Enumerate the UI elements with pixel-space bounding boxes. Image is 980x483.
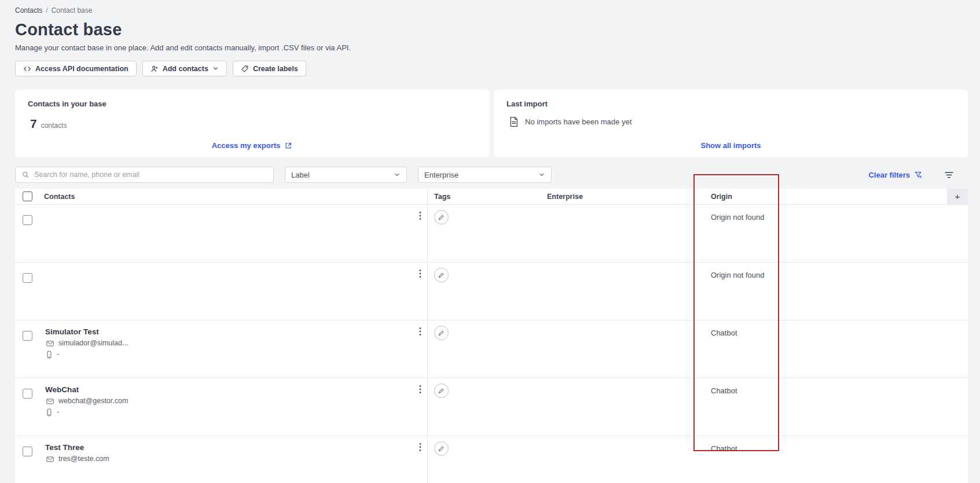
table-row: Origin not found (15, 205, 968, 263)
create-labels-label: Create labels (253, 65, 298, 73)
email-icon (46, 456, 54, 462)
show-all-imports-link[interactable]: Show all imports (700, 141, 761, 150)
contact-name: Test Three (45, 443, 427, 452)
api-icon (23, 65, 31, 73)
document-icon (509, 116, 519, 127)
breadcrumb-current: Contact base (52, 6, 93, 14)
column-header-contacts: Contacts (44, 189, 428, 204)
contact-info: Test Three tres@teste.com (44, 436, 427, 463)
label-dropdown-value: Label (291, 171, 310, 179)
contact-info: WebChat webchat@gestor.com - (44, 378, 427, 416)
add-contacts-label: Add contacts (163, 65, 208, 73)
column-spacer (797, 189, 947, 204)
filter-actions: Clear filters (868, 171, 968, 179)
origin-cell: Origin not found (711, 263, 765, 279)
edit-tags-button[interactable] (434, 210, 449, 224)
pencil-icon (438, 387, 445, 394)
origin-cell: Chatbot (711, 378, 737, 395)
enterprise-cell (541, 436, 704, 483)
row-menu-button[interactable] (417, 441, 424, 453)
add-contact-icon (151, 65, 159, 73)
last-import-title: Last import (506, 99, 955, 108)
edit-tags-button[interactable] (434, 441, 449, 456)
access-exports-link[interactable]: Access my exports (212, 141, 293, 150)
contacts-card-title: Contacts in your base (28, 99, 476, 108)
row-menu-button[interactable] (417, 384, 424, 395)
breadcrumb: Contacts / Contact base (15, 6, 968, 14)
enterprise-dropdown-value: Enterprise (424, 171, 458, 179)
no-imports-text: No imports have been made yet (525, 117, 632, 126)
contacts-in-base-card: Contacts in your base 7 contacts Access … (15, 90, 489, 157)
column-header-enterprise: Enterprise (541, 189, 704, 204)
breadcrumb-separator: / (46, 6, 47, 14)
search-input[interactable] (34, 171, 267, 179)
contacts-count: 7 (30, 117, 37, 131)
add-contacts-button[interactable]: Add contacts (142, 61, 227, 76)
clear-filter-icon (914, 171, 922, 179)
summary-cards: Contacts in your base 7 contacts Access … (15, 90, 968, 157)
contact-name: Simulator Test (45, 327, 427, 337)
table-header: Contacts Tags Enterprise Origin + (15, 189, 968, 205)
contacts-count-label: contacts (41, 121, 67, 130)
enterprise-cell (541, 378, 704, 436)
search-icon (21, 171, 30, 179)
breadcrumb-contacts[interactable]: Contacts (15, 6, 42, 14)
show-all-imports-label: Show all imports (700, 141, 761, 150)
last-import-card: Last import No imports have been made ye… (494, 90, 968, 157)
contact-phone: - (57, 408, 59, 416)
add-column-button[interactable]: + (947, 189, 968, 204)
row-checkbox[interactable] (23, 447, 32, 456)
enterprise-dropdown[interactable]: Enterprise (418, 167, 552, 183)
page-subtitle: Manage your contact base in one place. A… (15, 43, 968, 52)
edit-tags-button[interactable] (434, 326, 449, 340)
search-input-wrapper (15, 167, 274, 183)
create-labels-button[interactable]: Create labels (233, 61, 306, 76)
pencil-icon (438, 445, 445, 452)
pencil-icon (438, 213, 445, 221)
edit-tags-button[interactable] (434, 384, 449, 398)
access-api-label: Access API documentation (35, 65, 129, 73)
column-header-origin: Origin (704, 189, 797, 204)
row-menu-button[interactable] (417, 210, 424, 222)
no-imports-row: No imports have been made yet (506, 116, 955, 127)
row-checkbox[interactable] (23, 215, 32, 225)
enterprise-cell (541, 205, 704, 262)
row-menu-button[interactable] (417, 326, 424, 337)
row-checkbox[interactable] (23, 331, 32, 341)
filter-bar: Label Enterprise Clear filters (15, 167, 968, 183)
contact-phone: - (57, 350, 59, 359)
filter-settings-icon[interactable] (944, 171, 954, 179)
toolbar: Access API documentation Add contacts Cr… (15, 61, 968, 76)
contact-name: WebChat (45, 385, 427, 394)
pencil-icon (438, 329, 445, 337)
tag-icon (241, 65, 249, 73)
row-checkbox[interactable] (23, 389, 32, 399)
contact-email: simulador@simulad... (58, 339, 128, 348)
page-title: Contact base (15, 20, 968, 39)
phone-icon (46, 408, 52, 416)
origin-cell: Origin not found (711, 205, 765, 222)
enterprise-cell (541, 263, 704, 320)
clear-filters-link[interactable]: Clear filters (868, 171, 922, 179)
contact-email: webchat@gestor.com (58, 397, 128, 405)
table-row: Origin not found (15, 263, 968, 320)
chevron-down-icon (538, 171, 545, 178)
contact-base-page: Contacts / Contact base Contact base Man… (0, 0, 980, 483)
clear-filters-label: Clear filters (868, 171, 910, 179)
table-row: WebChat webchat@gestor.com - (15, 378, 968, 436)
pencil-icon (438, 271, 445, 279)
contact-email: tres@teste.com (58, 455, 109, 463)
label-dropdown[interactable]: Label (285, 167, 407, 183)
origin-cell: Chatbot (711, 320, 737, 337)
select-all-checkbox[interactable] (23, 191, 32, 201)
email-icon (46, 399, 54, 404)
email-icon (46, 341, 54, 346)
table-row: Test Three tres@teste.com Chatbot (15, 436, 968, 483)
access-api-button[interactable]: Access API documentation (15, 61, 137, 76)
row-checkbox[interactable] (23, 273, 32, 283)
export-icon (284, 142, 292, 150)
edit-tags-button[interactable] (434, 268, 449, 282)
enterprise-cell (541, 320, 704, 378)
chevron-down-icon (394, 171, 401, 178)
row-menu-button[interactable] (417, 268, 424, 279)
